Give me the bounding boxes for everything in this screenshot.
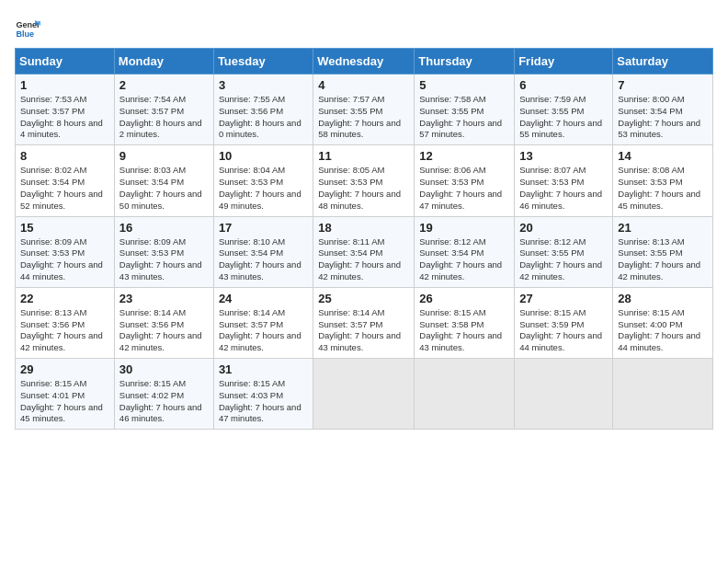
logo-icon: General Blue <box>15 15 40 40</box>
calendar-cell: 3Sunrise: 7:55 AMSunset: 3:56 PMDaylight… <box>213 75 313 145</box>
cell-details: Sunrise: 8:13 AMSunset: 3:56 PMDaylight:… <box>20 307 109 354</box>
header-sunday: Sunday <box>16 49 115 75</box>
calendar-cell: 12Sunrise: 8:06 AMSunset: 3:53 PMDayligh… <box>415 145 515 216</box>
calendar-cell: 23Sunrise: 8:14 AMSunset: 3:56 PMDayligh… <box>114 287 213 358</box>
week-row-3: 15Sunrise: 8:09 AMSunset: 3:53 PMDayligh… <box>16 216 713 287</box>
calendar-cell: 6Sunrise: 7:59 AMSunset: 3:55 PMDaylight… <box>515 75 613 145</box>
day-number: 28 <box>618 292 708 305</box>
week-row-1: 1Sunrise: 7:53 AMSunset: 3:57 PMDaylight… <box>16 75 713 145</box>
page-header: General Blue <box>15 15 713 40</box>
day-number: 15 <box>20 221 109 235</box>
header-monday: Monday <box>114 49 213 75</box>
calendar-cell: 11Sunrise: 8:05 AMSunset: 3:53 PMDayligh… <box>313 145 415 216</box>
day-number: 21 <box>618 221 708 235</box>
day-number: 13 <box>519 149 608 163</box>
calendar-cell: 24Sunrise: 8:14 AMSunset: 3:57 PMDayligh… <box>213 287 313 358</box>
calendar-cell: 4Sunrise: 7:57 AMSunset: 3:55 PMDaylight… <box>313 75 415 145</box>
header-row: SundayMondayTuesdayWednesdayThursdayFrid… <box>16 49 713 75</box>
calendar-cell: 26Sunrise: 8:15 AMSunset: 3:58 PMDayligh… <box>415 287 515 358</box>
day-number: 9 <box>119 149 209 163</box>
cell-details: Sunrise: 8:08 AMSunset: 3:53 PMDaylight:… <box>618 165 708 212</box>
cell-details: Sunrise: 8:09 AMSunset: 3:53 PMDaylight:… <box>20 236 109 283</box>
svg-text:Blue: Blue <box>16 29 34 39</box>
day-number: 8 <box>20 149 109 163</box>
calendar-cell: 20Sunrise: 8:12 AMSunset: 3:55 PMDayligh… <box>515 216 613 287</box>
calendar-table: SundayMondayTuesdayWednesdayThursdayFrid… <box>15 48 713 430</box>
day-number: 4 <box>318 78 409 92</box>
week-row-4: 22Sunrise: 8:13 AMSunset: 3:56 PMDayligh… <box>16 287 713 358</box>
calendar-cell: 16Sunrise: 8:09 AMSunset: 3:53 PMDayligh… <box>114 216 213 287</box>
cell-details: Sunrise: 8:06 AMSunset: 3:53 PMDaylight:… <box>419 165 509 212</box>
cell-details: Sunrise: 8:15 AMSunset: 4:02 PMDaylight:… <box>119 378 209 425</box>
cell-details: Sunrise: 8:14 AMSunset: 3:56 PMDaylight:… <box>119 307 209 354</box>
day-number: 7 <box>618 78 708 92</box>
day-number: 22 <box>20 292 109 305</box>
calendar-cell: 8Sunrise: 8:02 AMSunset: 3:54 PMDaylight… <box>16 145 115 216</box>
calendar-cell: 18Sunrise: 8:11 AMSunset: 3:54 PMDayligh… <box>313 216 415 287</box>
calendar-cell: 17Sunrise: 8:10 AMSunset: 3:54 PMDayligh… <box>213 216 313 287</box>
calendar-cell: 29Sunrise: 8:15 AMSunset: 4:01 PMDayligh… <box>16 359 115 430</box>
calendar-cell: 15Sunrise: 8:09 AMSunset: 3:53 PMDayligh… <box>16 216 115 287</box>
calendar-cell: 13Sunrise: 8:07 AMSunset: 3:53 PMDayligh… <box>515 145 613 216</box>
cell-details: Sunrise: 8:00 AMSunset: 3:54 PMDaylight:… <box>618 94 708 141</box>
calendar-cell: 22Sunrise: 8:13 AMSunset: 3:56 PMDayligh… <box>16 287 115 358</box>
day-number: 10 <box>219 149 308 163</box>
cell-details: Sunrise: 8:15 AMSunset: 4:00 PMDaylight:… <box>618 307 708 354</box>
day-number: 19 <box>419 221 509 235</box>
header-wednesday: Wednesday <box>313 49 415 75</box>
cell-details: Sunrise: 8:05 AMSunset: 3:53 PMDaylight:… <box>318 165 409 212</box>
day-number: 25 <box>318 292 409 305</box>
day-number: 14 <box>618 149 708 163</box>
cell-details: Sunrise: 8:02 AMSunset: 3:54 PMDaylight:… <box>20 165 109 212</box>
cell-details: Sunrise: 8:11 AMSunset: 3:54 PMDaylight:… <box>318 236 409 283</box>
calendar-cell: 19Sunrise: 8:12 AMSunset: 3:54 PMDayligh… <box>415 216 515 287</box>
week-row-2: 8Sunrise: 8:02 AMSunset: 3:54 PMDaylight… <box>16 145 713 216</box>
calendar-cell: 10Sunrise: 8:04 AMSunset: 3:53 PMDayligh… <box>213 145 313 216</box>
day-number: 2 <box>119 78 209 92</box>
cell-details: Sunrise: 7:54 AMSunset: 3:57 PMDaylight:… <box>119 94 209 141</box>
day-number: 3 <box>219 78 308 92</box>
day-number: 5 <box>419 78 509 92</box>
day-number: 24 <box>219 292 308 305</box>
calendar-cell: 27Sunrise: 8:15 AMSunset: 3:59 PMDayligh… <box>515 287 613 358</box>
day-number: 20 <box>519 221 608 235</box>
day-number: 30 <box>119 362 209 376</box>
calendar-cell: 2Sunrise: 7:54 AMSunset: 3:57 PMDaylight… <box>114 75 213 145</box>
cell-details: Sunrise: 8:12 AMSunset: 3:55 PMDaylight:… <box>519 236 608 283</box>
day-number: 16 <box>119 221 209 235</box>
calendar-cell: 31Sunrise: 8:15 AMSunset: 4:03 PMDayligh… <box>213 359 313 430</box>
header-thursday: Thursday <box>415 49 515 75</box>
header-saturday: Saturday <box>613 49 713 75</box>
cell-details: Sunrise: 8:07 AMSunset: 3:53 PMDaylight:… <box>519 165 608 212</box>
calendar-cell: 5Sunrise: 7:58 AMSunset: 3:55 PMDaylight… <box>415 75 515 145</box>
day-number: 29 <box>20 362 109 376</box>
day-number: 1 <box>20 78 109 92</box>
cell-details: Sunrise: 8:15 AMSunset: 3:58 PMDaylight:… <box>419 307 509 354</box>
day-number: 6 <box>519 78 608 92</box>
calendar-cell: 25Sunrise: 8:14 AMSunset: 3:57 PMDayligh… <box>313 287 415 358</box>
cell-details: Sunrise: 7:59 AMSunset: 3:55 PMDaylight:… <box>519 94 608 141</box>
logo: General Blue <box>15 15 40 40</box>
day-number: 12 <box>419 149 509 163</box>
day-number: 23 <box>119 292 209 305</box>
day-number: 11 <box>318 149 409 163</box>
header-tuesday: Tuesday <box>213 49 313 75</box>
cell-details: Sunrise: 8:14 AMSunset: 3:57 PMDaylight:… <box>318 307 409 354</box>
cell-details: Sunrise: 8:15 AMSunset: 4:01 PMDaylight:… <box>20 378 109 425</box>
cell-details: Sunrise: 7:53 AMSunset: 3:57 PMDaylight:… <box>20 94 109 141</box>
cell-details: Sunrise: 7:57 AMSunset: 3:55 PMDaylight:… <box>318 94 409 141</box>
cell-details: Sunrise: 8:14 AMSunset: 3:57 PMDaylight:… <box>219 307 308 354</box>
calendar-cell: 30Sunrise: 8:15 AMSunset: 4:02 PMDayligh… <box>114 359 213 430</box>
cell-details: Sunrise: 7:58 AMSunset: 3:55 PMDaylight:… <box>419 94 509 141</box>
header-friday: Friday <box>515 49 613 75</box>
calendar-cell <box>313 359 415 430</box>
calendar-cell <box>415 359 515 430</box>
cell-details: Sunrise: 7:55 AMSunset: 3:56 PMDaylight:… <box>219 94 308 141</box>
calendar-cell: 28Sunrise: 8:15 AMSunset: 4:00 PMDayligh… <box>613 287 713 358</box>
calendar-cell <box>613 359 713 430</box>
cell-details: Sunrise: 8:13 AMSunset: 3:55 PMDaylight:… <box>618 236 708 283</box>
cell-details: Sunrise: 8:03 AMSunset: 3:54 PMDaylight:… <box>119 165 209 212</box>
day-number: 27 <box>519 292 608 305</box>
cell-details: Sunrise: 8:12 AMSunset: 3:54 PMDaylight:… <box>419 236 509 283</box>
cell-details: Sunrise: 8:15 AMSunset: 4:03 PMDaylight:… <box>219 378 308 425</box>
